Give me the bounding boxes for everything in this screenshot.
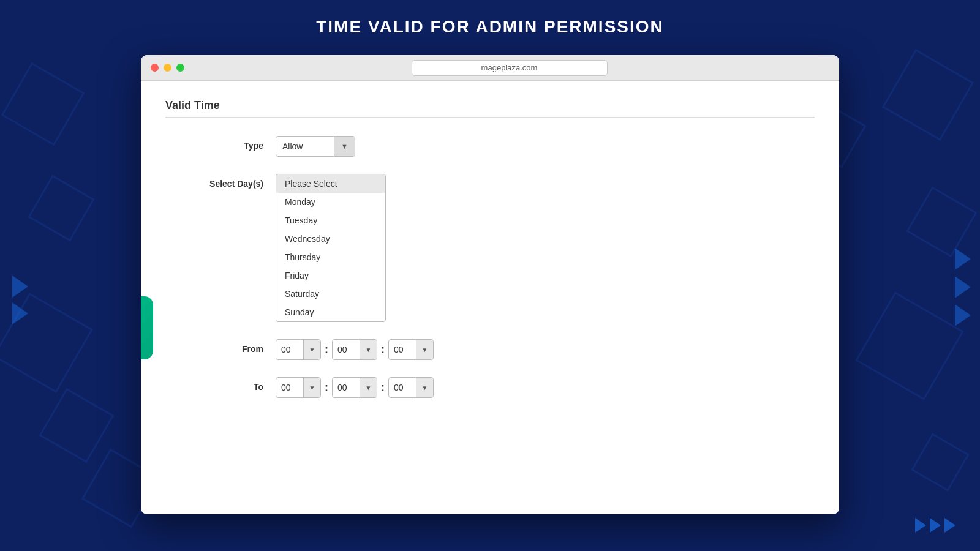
chevron-down-icon: ▼ <box>366 384 372 391</box>
from-second-select[interactable]: 00 ▼ <box>388 339 434 360</box>
chevron-down-icon: ▼ <box>309 347 315 353</box>
browser-bar: mageplaza.com <box>141 55 839 81</box>
days-listbox[interactable]: Please Select Monday Tuesday Wednesday T… <box>276 174 386 322</box>
chevron-down-icon: ▼ <box>366 347 372 353</box>
select-days-label: Select Day(s) <box>165 174 276 189</box>
time-colon-3: : <box>323 381 330 394</box>
select-days-control: Please Select Monday Tuesday Wednesday T… <box>276 174 815 322</box>
to-hour-arrow[interactable]: ▼ <box>303 377 320 398</box>
url-bar[interactable]: mageplaza.com <box>412 60 608 76</box>
content-area: Valid Time Type Allow ▼ Select Day(s) Pl… <box>141 81 839 514</box>
traffic-light-yellow[interactable] <box>164 64 172 72</box>
type-select-arrow[interactable]: ▼ <box>334 136 355 157</box>
to-hour-select[interactable]: 00 ▼ <box>276 377 321 398</box>
from-hour-select[interactable]: 00 ▼ <box>276 339 321 360</box>
from-second-value: 00 <box>389 345 416 354</box>
url-text: mageplaza.com <box>481 63 538 72</box>
chevron-down-icon: ▼ <box>341 143 348 150</box>
chevron-down-icon: ▼ <box>309 384 315 391</box>
time-colon-1: : <box>323 343 330 356</box>
page-title: TIME VALID FOR ADMIN PERMISSION <box>0 0 980 37</box>
to-label: To <box>165 377 276 392</box>
traffic-light-green[interactable] <box>176 64 184 72</box>
to-row: To 00 ▼ : 00 ▼ : <box>165 377 815 398</box>
browser-window: mageplaza.com Valid Time Type Allow ▼ Se… <box>141 55 839 514</box>
list-item[interactable]: Monday <box>276 193 385 211</box>
list-item[interactable]: Saturday <box>276 285 385 303</box>
from-minute-select[interactable]: 00 ▼ <box>332 339 377 360</box>
time-colon-2: : <box>380 343 386 356</box>
to-minute-arrow[interactable]: ▼ <box>360 377 377 398</box>
from-minute-value: 00 <box>333 345 360 354</box>
from-second-arrow[interactable]: ▼ <box>416 339 433 360</box>
section-divider <box>165 117 815 118</box>
from-minute-arrow[interactable]: ▼ <box>360 339 377 360</box>
list-item[interactable]: Thursday <box>276 248 385 266</box>
to-time-controls: 00 ▼ : 00 ▼ : 00 <box>276 377 815 398</box>
list-item[interactable]: Friday <box>276 266 385 285</box>
from-time-controls: 00 ▼ : 00 ▼ : 00 <box>276 339 815 360</box>
section-title: Valid Time <box>165 99 815 112</box>
from-label: From <box>165 339 276 354</box>
to-hour-value: 00 <box>276 383 303 392</box>
type-row: Type Allow ▼ <box>165 136 815 157</box>
to-second-arrow[interactable]: ▼ <box>416 377 433 398</box>
to-second-value: 00 <box>389 383 416 392</box>
from-control: 00 ▼ : 00 ▼ : 00 <box>276 339 815 360</box>
from-row: From 00 ▼ : 00 ▼ <box>165 339 815 360</box>
type-select[interactable]: Allow ▼ <box>276 136 355 157</box>
list-item[interactable]: Wednesday <box>276 230 385 248</box>
chevron-down-icon: ▼ <box>422 347 428 353</box>
traffic-light-red[interactable] <box>151 64 159 72</box>
tooltip-valid-hours: The valid hour time of permission <box>141 296 153 359</box>
list-item[interactable]: Please Select <box>276 174 385 193</box>
list-item[interactable]: Tuesday <box>276 211 385 230</box>
type-select-value: Allow <box>276 136 334 157</box>
time-colon-4: : <box>380 381 386 394</box>
to-second-select[interactable]: 00 ▼ <box>388 377 434 398</box>
to-minute-value: 00 <box>333 383 360 392</box>
type-control: Allow ▼ <box>276 136 815 157</box>
chevron-down-icon: ▼ <box>422 384 428 391</box>
to-control: 00 ▼ : 00 ▼ : 00 <box>276 377 815 398</box>
to-minute-select[interactable]: 00 ▼ <box>332 377 377 398</box>
select-days-row: Select Day(s) Please Select Monday Tuesd… <box>165 174 815 322</box>
type-label: Type <box>165 136 276 151</box>
from-hour-value: 00 <box>276 345 303 354</box>
list-item[interactable]: Sunday <box>276 303 385 321</box>
from-hour-arrow[interactable]: ▼ <box>303 339 320 360</box>
